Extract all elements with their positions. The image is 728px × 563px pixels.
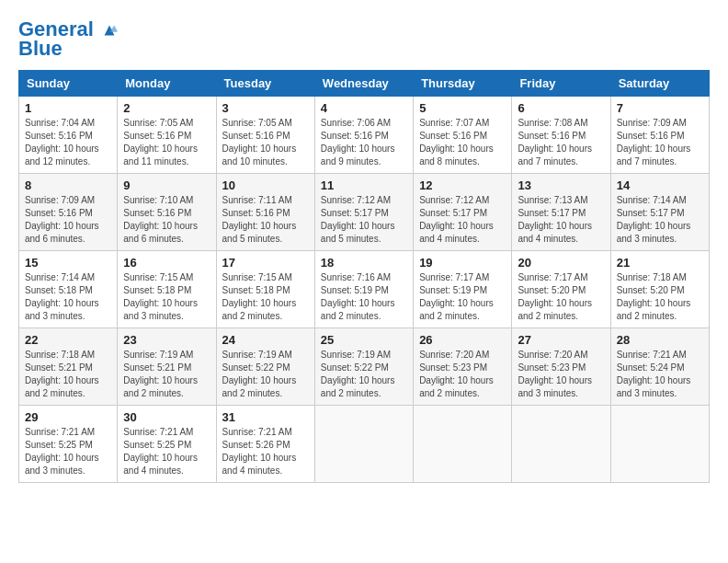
- day-number: 27: [518, 333, 604, 347]
- day-info: Sunrise: 7:17 AMSunset: 5:20 PMDaylight:…: [518, 272, 592, 321]
- day-info: Sunrise: 7:13 AMSunset: 5:17 PMDaylight:…: [518, 195, 592, 244]
- day-info: Sunrise: 7:11 AMSunset: 5:16 PMDaylight:…: [222, 195, 297, 244]
- day-info: Sunrise: 7:17 AMSunset: 5:19 PMDaylight:…: [419, 272, 494, 321]
- calendar-day-cell: 24 Sunrise: 7:19 AMSunset: 5:22 PMDaylig…: [216, 328, 314, 406]
- weekday-header-cell: Monday: [118, 71, 216, 97]
- day-number: 2: [123, 101, 210, 115]
- calendar-day-cell: 7 Sunrise: 7:09 AMSunset: 5:16 PMDayligh…: [610, 97, 709, 174]
- day-number: 11: [321, 178, 407, 192]
- calendar-day-cell: 14 Sunrise: 7:14 AMSunset: 5:17 PMDaylig…: [610, 174, 709, 251]
- weekday-header-cell: Saturday: [610, 71, 709, 97]
- day-info: Sunrise: 7:21 AMSunset: 5:26 PMDaylight:…: [222, 427, 297, 476]
- day-number: 26: [419, 333, 506, 347]
- day-info: Sunrise: 7:15 AMSunset: 5:18 PMDaylight:…: [222, 272, 297, 321]
- day-number: 18: [321, 256, 407, 270]
- calendar-week-row: 1 Sunrise: 7:04 AMSunset: 5:16 PMDayligh…: [19, 97, 710, 174]
- calendar-day-cell: 4 Sunrise: 7:06 AMSunset: 5:16 PMDayligh…: [314, 97, 413, 174]
- day-info: Sunrise: 7:06 AMSunset: 5:16 PMDaylight:…: [321, 118, 395, 167]
- day-info: Sunrise: 7:04 AMSunset: 5:16 PMDaylight:…: [25, 118, 99, 167]
- calendar-day-cell: 27 Sunrise: 7:20 AMSunset: 5:23 PMDaylig…: [512, 328, 610, 406]
- day-info: Sunrise: 7:07 AMSunset: 5:16 PMDaylight:…: [419, 118, 494, 167]
- calendar-day-cell: 2 Sunrise: 7:05 AMSunset: 5:16 PMDayligh…: [118, 97, 216, 174]
- calendar-day-cell: 19 Sunrise: 7:17 AMSunset: 5:19 PMDaylig…: [414, 251, 512, 328]
- day-number: 14: [617, 178, 703, 192]
- day-info: Sunrise: 7:14 AMSunset: 5:17 PMDaylight:…: [617, 195, 691, 244]
- day-info: Sunrise: 7:05 AMSunset: 5:16 PMDaylight:…: [123, 118, 198, 167]
- calendar-day-cell: 20 Sunrise: 7:17 AMSunset: 5:20 PMDaylig…: [512, 251, 610, 328]
- calendar-day-cell: 3 Sunrise: 7:05 AMSunset: 5:16 PMDayligh…: [216, 97, 314, 174]
- day-info: Sunrise: 7:18 AMSunset: 5:20 PMDaylight:…: [617, 272, 691, 321]
- day-info: Sunrise: 7:19 AMSunset: 5:22 PMDaylight:…: [222, 350, 297, 398]
- calendar-day-cell: 12 Sunrise: 7:12 AMSunset: 5:17 PMDaylig…: [414, 174, 512, 251]
- day-number: 16: [123, 256, 210, 270]
- calendar-day-cell: [414, 406, 512, 483]
- calendar-day-cell: 21 Sunrise: 7:18 AMSunset: 5:20 PMDaylig…: [610, 251, 709, 328]
- day-info: Sunrise: 7:19 AMSunset: 5:22 PMDaylight:…: [321, 350, 395, 398]
- calendar-day-cell: 1 Sunrise: 7:04 AMSunset: 5:16 PMDayligh…: [19, 97, 118, 174]
- calendar-day-cell: 15 Sunrise: 7:14 AMSunset: 5:18 PMDaylig…: [19, 251, 118, 328]
- day-info: Sunrise: 7:09 AMSunset: 5:16 PMDaylight:…: [25, 195, 99, 244]
- day-number: 17: [222, 256, 309, 270]
- day-info: Sunrise: 7:14 AMSunset: 5:18 PMDaylight:…: [25, 272, 99, 321]
- calendar-day-cell: 13 Sunrise: 7:13 AMSunset: 5:17 PMDaylig…: [512, 174, 610, 251]
- day-info: Sunrise: 7:20 AMSunset: 5:23 PMDaylight:…: [419, 350, 494, 398]
- day-info: Sunrise: 7:08 AMSunset: 5:16 PMDaylight:…: [518, 118, 592, 167]
- day-number: 28: [617, 333, 703, 347]
- calendar-day-cell: 23 Sunrise: 7:19 AMSunset: 5:21 PMDaylig…: [118, 328, 216, 406]
- calendar-day-cell: 25 Sunrise: 7:19 AMSunset: 5:22 PMDaylig…: [314, 328, 413, 406]
- day-info: Sunrise: 7:21 AMSunset: 5:25 PMDaylight:…: [123, 427, 198, 476]
- day-number: 7: [617, 101, 703, 115]
- day-number: 24: [222, 333, 309, 347]
- calendar-week-row: 22 Sunrise: 7:18 AMSunset: 5:21 PMDaylig…: [19, 328, 710, 406]
- logo-icon: [101, 22, 118, 39]
- day-number: 9: [123, 178, 210, 192]
- day-number: 1: [25, 101, 111, 115]
- day-info: Sunrise: 7:12 AMSunset: 5:17 PMDaylight:…: [321, 195, 395, 244]
- weekday-header-row: SundayMondayTuesdayWednesdayThursdayFrid…: [19, 71, 710, 97]
- day-number: 30: [123, 410, 210, 424]
- calendar-day-cell: 29 Sunrise: 7:21 AMSunset: 5:25 PMDaylig…: [19, 406, 118, 483]
- day-info: Sunrise: 7:20 AMSunset: 5:23 PMDaylight:…: [518, 350, 592, 398]
- day-info: Sunrise: 7:09 AMSunset: 5:16 PMDaylight:…: [617, 118, 691, 167]
- calendar-week-row: 15 Sunrise: 7:14 AMSunset: 5:18 PMDaylig…: [19, 251, 710, 328]
- weekday-header-cell: Friday: [512, 71, 610, 97]
- header: General Blue: [18, 18, 710, 61]
- calendar-body: 1 Sunrise: 7:04 AMSunset: 5:16 PMDayligh…: [19, 97, 710, 483]
- calendar-table: SundayMondayTuesdayWednesdayThursdayFrid…: [18, 70, 710, 483]
- day-number: 22: [25, 333, 111, 347]
- day-number: 23: [123, 333, 210, 347]
- day-info: Sunrise: 7:18 AMSunset: 5:21 PMDaylight:…: [25, 350, 99, 398]
- calendar-week-row: 29 Sunrise: 7:21 AMSunset: 5:25 PMDaylig…: [19, 406, 710, 483]
- weekday-header-cell: Thursday: [414, 71, 512, 97]
- day-number: 15: [25, 256, 111, 270]
- day-number: 6: [518, 101, 604, 115]
- calendar-day-cell: 31 Sunrise: 7:21 AMSunset: 5:26 PMDaylig…: [216, 406, 314, 483]
- day-number: 10: [222, 178, 309, 192]
- calendar-day-cell: [610, 406, 709, 483]
- day-info: Sunrise: 7:12 AMSunset: 5:17 PMDaylight:…: [419, 195, 494, 244]
- calendar-day-cell: 28 Sunrise: 7:21 AMSunset: 5:24 PMDaylig…: [610, 328, 709, 406]
- weekday-header-cell: Wednesday: [314, 71, 413, 97]
- calendar-day-cell: 30 Sunrise: 7:21 AMSunset: 5:25 PMDaylig…: [118, 406, 216, 483]
- calendar-day-cell: 10 Sunrise: 7:11 AMSunset: 5:16 PMDaylig…: [216, 174, 314, 251]
- day-number: 20: [518, 256, 604, 270]
- calendar-day-cell: [512, 406, 610, 483]
- weekday-header-cell: Tuesday: [216, 71, 314, 97]
- day-info: Sunrise: 7:05 AMSunset: 5:16 PMDaylight:…: [222, 118, 297, 167]
- calendar-day-cell: 26 Sunrise: 7:20 AMSunset: 5:23 PMDaylig…: [414, 328, 512, 406]
- day-info: Sunrise: 7:21 AMSunset: 5:24 PMDaylight:…: [617, 350, 691, 398]
- day-number: 13: [518, 178, 604, 192]
- calendar-day-cell: 17 Sunrise: 7:15 AMSunset: 5:18 PMDaylig…: [216, 251, 314, 328]
- day-number: 31: [222, 410, 309, 424]
- day-info: Sunrise: 7:16 AMSunset: 5:19 PMDaylight:…: [321, 272, 395, 321]
- calendar-day-cell: 6 Sunrise: 7:08 AMSunset: 5:16 PMDayligh…: [512, 97, 610, 174]
- day-number: 12: [419, 178, 506, 192]
- day-number: 4: [321, 101, 407, 115]
- calendar-day-cell: 16 Sunrise: 7:15 AMSunset: 5:18 PMDaylig…: [118, 251, 216, 328]
- calendar-week-row: 8 Sunrise: 7:09 AMSunset: 5:16 PMDayligh…: [19, 174, 710, 251]
- calendar-day-cell: 8 Sunrise: 7:09 AMSunset: 5:16 PMDayligh…: [19, 174, 118, 251]
- day-info: Sunrise: 7:21 AMSunset: 5:25 PMDaylight:…: [25, 427, 99, 476]
- day-info: Sunrise: 7:10 AMSunset: 5:16 PMDaylight:…: [123, 195, 198, 244]
- weekday-header-cell: Sunday: [19, 71, 118, 97]
- day-number: 21: [617, 256, 703, 270]
